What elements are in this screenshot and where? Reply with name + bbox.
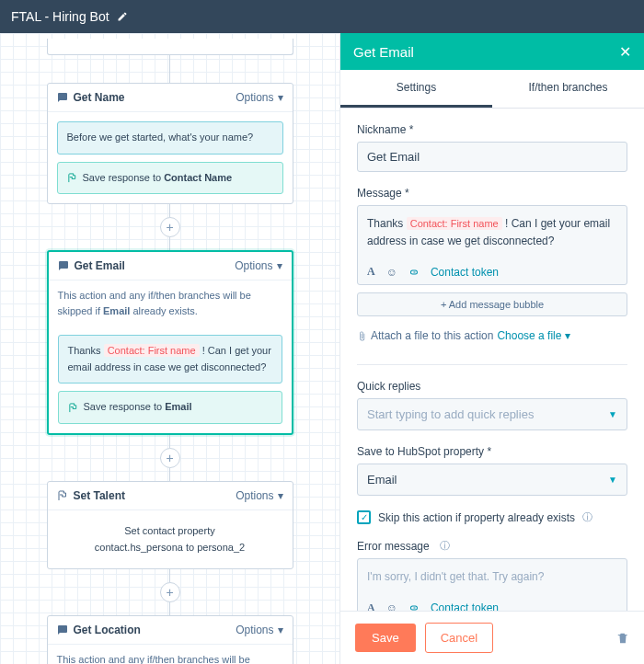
flow-canvas[interactable]: Get Name Options▾ Before we get started,… [0, 33, 339, 664]
chevron-down-icon: ▼ [608, 409, 617, 419]
add-step-button[interactable]: + [160, 582, 180, 602]
divider [357, 364, 627, 365]
emoji-icon[interactable]: ☺ [386, 601, 397, 611]
node-title: Get Email [75, 259, 125, 272]
error-label: Error message ⓘ [357, 539, 627, 553]
contact-token-button[interactable]: Contact token [431, 266, 499, 279]
quick-replies-label: Quick replies [357, 380, 627, 393]
node-set-talent[interactable]: Set Talent Options▾ Set contact property… [47, 481, 293, 569]
attachment-icon [357, 331, 367, 341]
node-options[interactable]: Options▾ [235, 259, 282, 272]
top-bar: FTAL - Hiring Bot [0, 0, 644, 33]
node-get-name[interactable]: Get Name Options▾ Before we get started,… [47, 83, 293, 204]
nickname-label: Nickname * [357, 123, 627, 136]
nickname-input[interactable] [357, 142, 627, 172]
contact-token-button[interactable]: Contact token [431, 601, 499, 611]
side-panel: Get Email ✕ Settings If/then branches Ni… [339, 33, 644, 664]
panel-title: Get Email [353, 44, 414, 60]
panel-header: Get Email ✕ [340, 33, 644, 70]
info-icon[interactable]: ⓘ [582, 510, 592, 524]
node-stub [47, 39, 293, 55]
node-title: Get Name [74, 91, 125, 104]
edit-title-icon[interactable] [117, 11, 128, 22]
info-icon[interactable]: ⓘ [440, 539, 450, 553]
font-tool-icon[interactable]: A [367, 601, 375, 611]
font-tool-icon[interactable]: A [367, 265, 375, 279]
skip-note: This action and any if/then branches wil… [49, 280, 292, 326]
connector [169, 204, 170, 217]
node-title: Set Talent [74, 489, 125, 502]
quick-replies-select[interactable]: Start typing to add quick replies▼ [357, 398, 627, 430]
panel-tabs: Settings If/then branches [340, 70, 644, 109]
message-label: Message * [357, 187, 627, 200]
save-property-label: Save to HubSpot property * [357, 445, 627, 458]
node-options[interactable]: Options▾ [236, 91, 282, 104]
skip-label: Skip this action if property already exi… [378, 511, 575, 524]
save-response-row: Save response to Email [58, 391, 282, 424]
chevron-down-icon: ▾ [278, 624, 283, 636]
node-title: Get Location [74, 624, 141, 636]
contact-token: Contact: First name [407, 217, 502, 230]
chevron-down-icon: ▾ [278, 91, 283, 104]
connector [169, 435, 170, 448]
chevron-down-icon: ▾ [278, 489, 283, 502]
choose-file-link[interactable]: Choose a file ▾ [497, 329, 569, 342]
link-icon[interactable] [408, 602, 420, 611]
connector [169, 468, 170, 481]
delete-icon[interactable] [616, 632, 629, 645]
contact-token: Contact: First name [104, 344, 200, 357]
close-icon[interactable]: ✕ [619, 43, 631, 61]
error-editor[interactable]: I'm sorry, I didn't get that. Try again?… [357, 558, 627, 611]
node-options[interactable]: Options▾ [236, 624, 282, 636]
add-step-button[interactable]: + [160, 217, 180, 237]
connector [169, 55, 170, 83]
flag-icon [67, 173, 77, 183]
save-property-select[interactable]: Email▼ [357, 464, 627, 496]
attach-row: Attach a file to this action Choose a fi… [357, 329, 627, 342]
connector [169, 237, 170, 250]
node-get-location[interactable]: Get Location Options▾ This action and an… [47, 615, 293, 664]
save-response-row: Save response to Contact Name [57, 162, 283, 195]
tab-branches[interactable]: If/then branches [492, 70, 644, 108]
message-editor[interactable]: Thanks Contact: First name ! Can I get y… [357, 205, 627, 285]
emoji-icon[interactable]: ☺ [386, 266, 397, 279]
link-icon[interactable] [408, 267, 420, 278]
add-step-button[interactable]: + [160, 448, 180, 468]
chevron-down-icon: ▼ [608, 475, 617, 485]
chat-icon [57, 92, 68, 103]
page-title: FTAL - Hiring Bot [11, 9, 109, 24]
flag-icon [57, 490, 68, 501]
set-property-body: Set contact property contact.hs_persona … [48, 510, 293, 568]
chat-icon [57, 624, 68, 635]
chevron-down-icon: ▾ [277, 259, 282, 272]
message-bubble: Thanks Contact: First name ! Can I get y… [58, 335, 282, 384]
connector [169, 569, 170, 582]
flag-icon [68, 403, 78, 413]
connector [169, 602, 170, 615]
chat-icon [58, 260, 69, 271]
node-get-email[interactable]: Get Email Options▾ This action and any i… [47, 250, 293, 435]
skip-checkbox[interactable]: ✓ [357, 510, 371, 524]
panel-footer: Save Cancel [340, 611, 644, 664]
cancel-button[interactable]: Cancel [425, 623, 493, 653]
tab-settings[interactable]: Settings [340, 70, 492, 108]
add-message-bubble-button[interactable]: + Add message bubble [357, 292, 627, 316]
node-options[interactable]: Options▾ [236, 489, 282, 502]
save-button[interactable]: Save [355, 624, 416, 652]
message-bubble: Before we get started, what's your name? [57, 121, 283, 155]
skip-note: This action and any if/then branches wil… [48, 645, 293, 664]
